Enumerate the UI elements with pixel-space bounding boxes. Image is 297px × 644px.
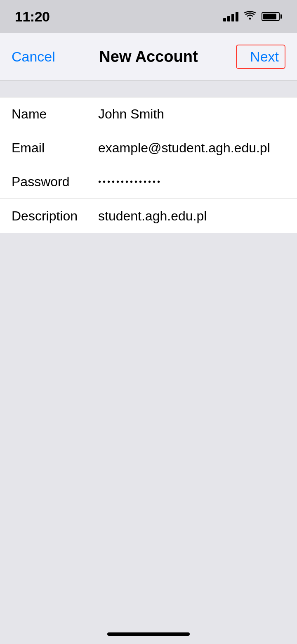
signal-icon (223, 12, 238, 21)
description-label: Description (12, 208, 98, 224)
email-row: Email example@student.agh.edu.pl (0, 131, 297, 165)
content-area (0, 233, 297, 564)
status-icons (223, 11, 282, 22)
description-value[interactable]: student.agh.edu.pl (98, 208, 285, 224)
password-label: Password (12, 174, 98, 189)
status-time: 11:20 (15, 9, 50, 25)
email-label: Email (12, 140, 98, 156)
page-title: New Account (61, 48, 236, 66)
password-row: Password •••••••••••••• (0, 165, 297, 199)
name-label: Name (12, 107, 98, 122)
description-row: Description student.agh.edu.pl (0, 199, 297, 233)
battery-icon (262, 12, 282, 21)
top-separator (0, 80, 297, 97)
cancel-button[interactable]: Cancel (12, 49, 61, 65)
name-value[interactable]: John Smith (98, 107, 285, 122)
nav-bar: Cancel New Account Next (0, 33, 297, 80)
status-bar: 11:20 (0, 0, 297, 33)
password-value[interactable]: •••••••••••••• (98, 177, 285, 187)
name-row: Name John Smith (0, 97, 297, 131)
email-value[interactable]: example@student.agh.edu.pl (98, 140, 285, 156)
wifi-icon (244, 11, 256, 22)
home-indicator (107, 632, 190, 636)
svg-point-0 (249, 18, 251, 20)
next-button[interactable]: Next (236, 45, 285, 69)
form-section: Name John Smith Email example@student.ag… (0, 97, 297, 233)
